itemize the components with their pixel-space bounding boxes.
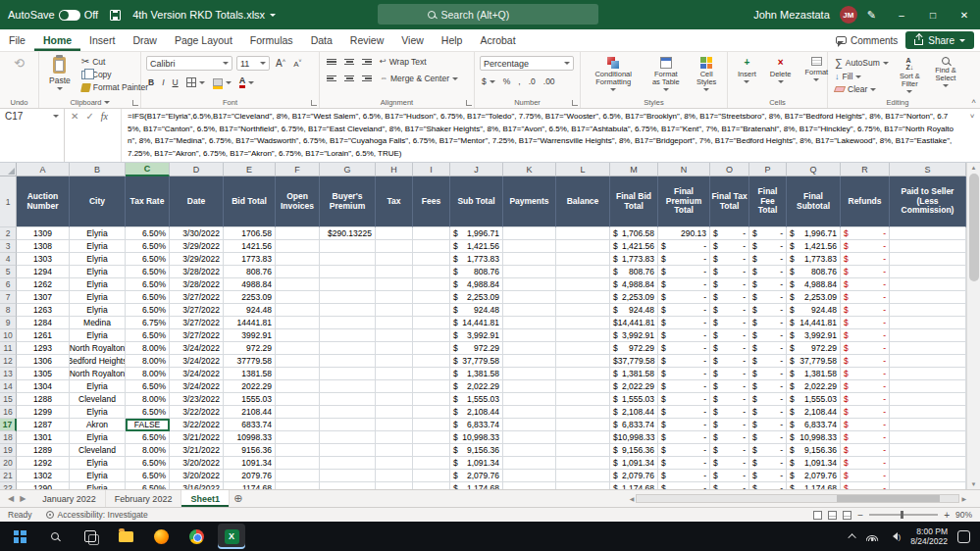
- cell-C21[interactable]: 6.50%: [126, 470, 170, 482]
- cell-E22[interactable]: 1174.68: [224, 482, 276, 489]
- cell-C2[interactable]: 6.50%: [126, 227, 170, 240]
- cell-R8[interactable]: $-: [841, 304, 890, 317]
- cell-R2[interactable]: $-: [841, 227, 890, 240]
- find-select-button[interactable]: Find & Select: [929, 56, 962, 88]
- cell-S6[interactable]: [890, 278, 966, 291]
- merge-center-button[interactable]: ⇔Merge & Center: [378, 73, 460, 84]
- cell-A22[interactable]: 1290: [17, 482, 70, 489]
- cell-S13[interactable]: [890, 368, 966, 380]
- grow-font-button[interactable]: A˄: [274, 57, 287, 70]
- row-number-10[interactable]: 10: [0, 329, 17, 342]
- cell-N10[interactable]: $-: [658, 329, 710, 342]
- cell-D19[interactable]: 3/21/2022: [170, 444, 224, 457]
- cell-E8[interactable]: 924.48: [224, 304, 276, 317]
- cell-A17[interactable]: 1287: [17, 419, 70, 431]
- cell-E2[interactable]: 1706.58: [224, 227, 276, 240]
- cell-O22[interactable]: $-: [710, 482, 749, 489]
- cell-G19[interactable]: [320, 444, 376, 457]
- cell-D10[interactable]: 3/27/2022: [170, 329, 224, 342]
- header-cell-R[interactable]: Refunds: [841, 176, 890, 227]
- cell-M9[interactable]: $14,441.81: [610, 317, 658, 329]
- vertical-scrollbar[interactable]: ▲ ▼: [966, 163, 980, 489]
- cell-L8[interactable]: [556, 304, 610, 317]
- cell-A6[interactable]: 1262: [17, 278, 70, 291]
- cell-I5[interactable]: [413, 266, 450, 278]
- cell-O6[interactable]: $-: [710, 278, 749, 291]
- cell-F13[interactable]: [276, 368, 320, 380]
- cell-F11[interactable]: [276, 342, 320, 355]
- cell-S7[interactable]: [890, 291, 966, 304]
- cell-I19[interactable]: [413, 444, 450, 457]
- cell-A21[interactable]: 1302: [17, 470, 70, 482]
- cell-I2[interactable]: [413, 227, 450, 240]
- zoom-out-icon[interactable]: −: [857, 510, 863, 521]
- cell-S22[interactable]: [890, 482, 966, 489]
- cell-F20[interactable]: [276, 457, 320, 470]
- cell-G8[interactable]: [320, 304, 376, 317]
- chrome-button[interactable]: [182, 524, 210, 549]
- row-number-19[interactable]: 19: [0, 444, 17, 457]
- cell-G9[interactable]: [320, 317, 376, 329]
- cell-B11[interactable]: North Royalton: [70, 342, 126, 355]
- cell-L13[interactable]: [556, 368, 610, 380]
- cell-E5[interactable]: 808.76: [224, 266, 276, 278]
- cell-C8[interactable]: 6.50%: [126, 304, 170, 317]
- row-number-22[interactable]: 22: [0, 482, 17, 489]
- tab-view[interactable]: View: [392, 29, 433, 51]
- cell-M15[interactable]: $1,555.03: [610, 393, 658, 406]
- cell-C5[interactable]: 6.50%: [126, 266, 170, 278]
- cell-C3[interactable]: 6.50%: [126, 240, 170, 253]
- cell-A20[interactable]: 1292: [17, 457, 70, 470]
- row-number-13[interactable]: 13: [0, 368, 17, 380]
- header-cell-F[interactable]: Open Invoices: [276, 176, 320, 227]
- cell-D17[interactable]: 3/22/2022: [170, 419, 224, 431]
- cell-C15[interactable]: 8.00%: [126, 393, 170, 406]
- cell-F8[interactable]: [276, 304, 320, 317]
- cell-G5[interactable]: [320, 266, 376, 278]
- cell-H13[interactable]: [376, 368, 413, 380]
- cell-R4[interactable]: $-: [841, 253, 890, 266]
- cell-J11[interactable]: $972.29: [450, 342, 503, 355]
- cell-R19[interactable]: $-: [841, 444, 890, 457]
- tab-formulas[interactable]: Formulas: [241, 29, 302, 51]
- column-header-C[interactable]: C: [126, 163, 170, 176]
- zoom-slider[interactable]: [869, 514, 938, 516]
- cell-M4[interactable]: $1,773.83: [610, 253, 658, 266]
- row-number-16[interactable]: 16: [0, 406, 17, 419]
- tab-help[interactable]: Help: [433, 29, 472, 51]
- cell-A5[interactable]: 1294: [17, 266, 70, 278]
- cell-B12[interactable]: Bedford Heights: [70, 355, 126, 368]
- cell-F4[interactable]: [276, 253, 320, 266]
- column-header-F[interactable]: F: [276, 163, 320, 176]
- cell-S9[interactable]: [890, 317, 966, 329]
- header-cell-K[interactable]: Payments: [503, 176, 556, 227]
- row-number-1[interactable]: 1: [0, 176, 17, 227]
- cancel-icon[interactable]: ✕: [71, 111, 78, 122]
- cell-H21[interactable]: [376, 470, 413, 482]
- cell-N7[interactable]: $-: [658, 291, 710, 304]
- cell-N4[interactable]: $-: [658, 253, 710, 266]
- cell-H8[interactable]: [376, 304, 413, 317]
- cell-L5[interactable]: [556, 266, 610, 278]
- cell-P3[interactable]: $-: [749, 240, 787, 253]
- cell-I12[interactable]: [413, 355, 450, 368]
- cell-P11[interactable]: $-: [749, 342, 787, 355]
- start-button[interactable]: [6, 524, 33, 549]
- cell-N17[interactable]: $-: [658, 419, 710, 431]
- cell-L12[interactable]: [556, 355, 610, 368]
- maximize-button[interactable]: □: [917, 0, 949, 29]
- cell-C20[interactable]: 6.50%: [126, 457, 170, 470]
- cell-P18[interactable]: $-: [749, 431, 787, 444]
- cell-G11[interactable]: [320, 342, 376, 355]
- cell-I11[interactable]: [413, 342, 450, 355]
- cell-O17[interactable]: $-: [710, 419, 749, 431]
- cell-B16[interactable]: Elyria: [70, 406, 126, 419]
- cell-Q7[interactable]: $2,253.09: [787, 291, 841, 304]
- cell-Q4[interactable]: $1,773.83: [787, 253, 841, 266]
- font-size-select[interactable]: 11: [236, 56, 270, 71]
- cell-A8[interactable]: 1263: [17, 304, 70, 317]
- column-header-A[interactable]: A: [17, 163, 70, 176]
- cell-M6[interactable]: $4,988.84: [610, 278, 658, 291]
- cell-J22[interactable]: $1,174.68: [450, 482, 503, 489]
- cell-K16[interactable]: [503, 406, 556, 419]
